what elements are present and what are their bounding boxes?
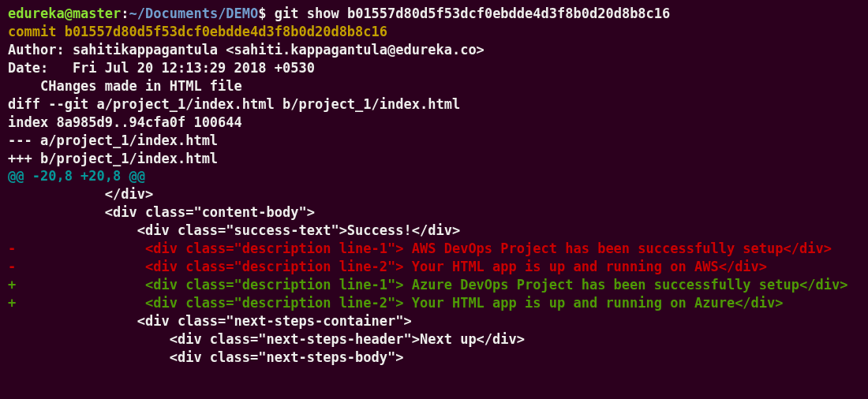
diff-old-file: --- a/project_1/index.html: [8, 132, 860, 150]
commit-message: CHanges made in HTML file: [8, 77, 860, 95]
context-line: <div class="success-text">Success!</div>: [8, 222, 860, 240]
hunk-header: @@ -20,8 +20,8 @@: [8, 167, 860, 185]
deleted-line: - <div class="description line-1"> AWS D…: [8, 240, 860, 258]
context-line: </div>: [8, 185, 860, 203]
added-line: + <div class="description line-1"> Azure…: [8, 276, 860, 294]
context-line: <div class="next-steps-container">: [8, 312, 860, 330]
terminal-output[interactable]: edureka@master:~/Documents/DEMO$ git sho…: [8, 5, 860, 367]
colon: :: [121, 6, 129, 21]
cwd-path: ~/Documents/DEMO: [129, 6, 259, 21]
author-line: Author: sahitikappagantula <sahiti.kappa…: [8, 41, 860, 59]
prompt-line: edureka@master:~/Documents/DEMO$ git sho…: [8, 5, 860, 23]
context-line: <div class="next-steps-body">: [8, 349, 860, 367]
deleted-line: - <div class="description line-2"> Your …: [8, 258, 860, 276]
added-line: + <div class="description line-2"> Your …: [8, 294, 860, 312]
command-text: git show b01557d80d5f53dcf0ebdde4d3f8b0d…: [275, 6, 671, 21]
dollar: $: [258, 6, 274, 21]
diff-new-file: +++ b/project_1/index.html: [8, 150, 860, 168]
diff-index: index 8a985d9..94cfa0f 100644: [8, 114, 860, 132]
context-line: <div class="next-steps-header">Next up</…: [8, 330, 860, 349]
diff-header: diff --git a/project_1/index.html b/proj…: [8, 95, 860, 114]
context-line: <div class="content-body">: [8, 203, 860, 222]
date-line: Date: Fri Jul 20 12:13:29 2018 +0530: [8, 59, 860, 77]
commit-line: commit b01557d80d5f53dcf0ebdde4d3f8b0d20…: [8, 23, 860, 41]
user-host: edureka@master: [8, 6, 121, 21]
